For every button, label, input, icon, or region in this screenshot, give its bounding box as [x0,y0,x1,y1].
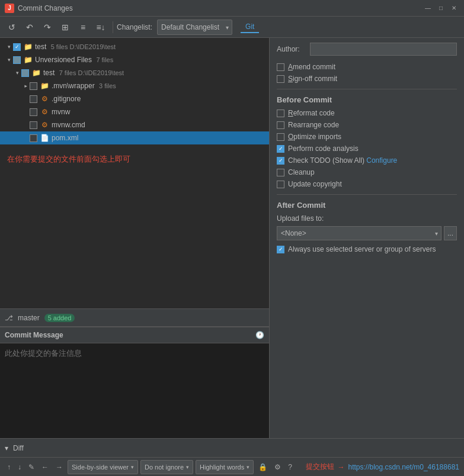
tree-item-mvnw[interactable]: ⚙ mvnw [0,105,269,118]
cleanup-label: Cleanup [288,168,315,176]
file-icon-mvnwcmd: ⚙ [40,120,49,130]
upload-select-wrapper: <None> [277,226,441,240]
window-controls: — □ ✕ [423,3,459,14]
scroll-up-button[interactable]: ↑ [5,460,13,474]
diff-section: ▾ Diff [0,438,464,457]
lock-button[interactable]: 🔒 [256,460,270,474]
file-icon-mvnw: ⚙ [40,107,49,117]
upload-select-row: <None> ... [277,226,457,240]
checktodo-label: Check TODO (Show All) Configure [288,156,397,165]
optimize-checkbox[interactable] [277,133,284,141]
toolbar-separator [113,21,113,33]
settings-button[interactable]: ⚙ [272,460,283,474]
signoff-commit-checkbox[interactable] [277,75,284,83]
configure-link[interactable]: Configure [366,156,397,165]
tree-checkbox-gitignore[interactable] [30,95,37,103]
nav-back-button[interactable]: ← [39,460,51,474]
rearrange-label: Rearrange code [288,121,339,129]
optimize-label: Optimize imports [288,133,341,141]
folder-icon-unversioned: 📁 [23,55,33,65]
minimize-button[interactable]: — [423,3,433,14]
ignore-arrow: ▾ [186,464,189,470]
upload-files-label: Upload files to: [277,214,324,223]
highlight-dropdown[interactable]: Highlight words ▾ [196,460,254,474]
tree-checkbox-test-root[interactable]: ✓ [13,43,21,51]
clock-icon[interactable]: 🕐 [255,331,264,339]
window-title: Commit Changes [18,4,423,12]
nav-forward-button[interactable]: → [53,460,65,474]
reformat-label: Reformat code [288,109,335,117]
amend-commit-checkbox[interactable] [277,63,284,71]
tree-checkbox-unversioned[interactable] [13,56,21,64]
diff-expand-icon[interactable]: ▾ [5,444,8,452]
title-bar: J Commit Changes — □ ✕ [0,0,464,17]
cleanup-checkbox[interactable] [277,169,284,176]
tree-label-test-sub: test 7 files D:\IDE2019\test [43,69,124,77]
tree-label-pomxml: pom.xml [52,134,78,142]
toolbar-group-button[interactable]: ⊞ [57,19,73,36]
close-button[interactable]: ✕ [449,3,459,14]
git-tab[interactable]: Git [241,21,259,33]
tree-item-gitignore[interactable]: ⚙ .gitignore [0,92,269,105]
tree-item-pomxml[interactable]: 📄 pom.xml [0,131,269,144]
toolbar-listdown-button[interactable]: ≡↓ [92,19,109,36]
tree-item-test-root[interactable]: ▾ ✓ 📁 test 5 files D:\IDE2019\test [0,40,269,53]
highlight-arrow: ▾ [247,464,249,470]
copyright-label: Update copyright [288,180,342,188]
always-row: ✓ Always use selected server or group of… [277,245,457,253]
scroll-down-button[interactable]: ↓ [15,460,24,474]
tree-item-mvnwrapper[interactable]: ▾ 📁 .mvn\wrapper 3 files [0,79,269,92]
bottom-toolbar: ↑ ↓ ✎ ← → Side-by-side viewer ▾ Do not i… [0,457,464,476]
tree-item-mvnwcmd[interactable]: ⚙ mvnw.cmd [0,118,269,131]
perform-row: ✓ Perform code analysis [277,144,457,153]
commit-message-input[interactable] [0,343,269,438]
toolbar-list-button[interactable]: ≡ [75,19,91,36]
copyright-checkbox[interactable] [277,181,284,188]
ignore-dropdown[interactable]: Do not ignore ▾ [140,460,193,474]
viewer-dropdown[interactable]: Side-by-side viewer ▾ [68,460,138,474]
changelist-select[interactable]: Default Changelist [157,20,232,35]
tree-checkbox-mvnw[interactable] [30,108,37,116]
always-checkbox[interactable]: ✓ [277,246,284,253]
tree-label-mvnwcmd: mvnw.cmd [52,121,85,129]
after-commit-divider [277,194,457,195]
folder-icon-mvnwrapper: 📁 [40,81,49,91]
cleanup-row: Cleanup [277,168,457,176]
toolbar-undo-button[interactable]: ↶ [21,19,38,36]
main-content: ▾ ✓ 📁 test 5 files D:\IDE2019\test ▾ 📁 U… [0,38,464,438]
upload-select[interactable]: <None> [277,226,441,240]
author-input[interactable] [310,43,457,56]
changelist-select-wrapper: Default Changelist [157,20,232,35]
after-commit-title: After Commit [277,201,457,210]
tree-arrow-test-root[interactable]: ▾ [5,43,13,51]
checktodo-checkbox[interactable]: ✓ [277,157,284,165]
rearrange-checkbox[interactable] [277,121,284,129]
right-panel: Author: Amend commit Sign-off commit Bef… [270,38,464,438]
left-bottom-bar: ⎇ master 5 added [0,308,269,326]
reformat-checkbox[interactable] [277,110,284,117]
upload-dots-button[interactable]: ... [444,226,457,240]
tree-checkbox-test-sub[interactable] [21,69,29,77]
file-tree: ▾ ✓ 📁 test 5 files D:\IDE2019\test ▾ 📁 U… [0,38,269,308]
tree-arrow-test-sub[interactable]: ▾ [13,69,21,77]
tree-label-mvnw: mvnw [52,108,70,116]
maximize-button[interactable]: □ [436,3,446,14]
signoff-commit-label: Sign-off commit [288,75,337,83]
toolbar-refresh-button[interactable]: ↺ [4,19,20,36]
commit-message-header: Commit Message 🕐 [0,327,269,343]
tree-checkbox-mvnwcmd[interactable] [30,121,37,129]
commit-link[interactable]: 提交按钮 [306,462,334,472]
edit-button[interactable]: ✎ [26,460,37,474]
perform-checkbox[interactable]: ✓ [277,145,284,153]
tree-arrow-mvnwrapper[interactable]: ▾ [21,82,30,90]
tree-checkbox-mvnwrapper[interactable] [30,82,37,90]
tree-arrow-unversioned[interactable]: ▾ [5,56,13,64]
help-button[interactable]: ? [286,460,295,474]
branch-icon: ⎇ [5,314,13,322]
tree-item-test-sub[interactable]: ▾ 📁 test 7 files D:\IDE2019\test [0,66,269,79]
tree-item-unversioned[interactable]: ▾ 📁 Unversioned Files 7 files [0,53,269,66]
tree-checkbox-pomxml[interactable] [30,134,37,142]
left-panel: ▾ ✓ 📁 test 5 files D:\IDE2019\test ▾ 📁 U… [0,38,270,438]
toolbar-redo-button[interactable]: ↷ [39,19,56,36]
viewer-label: Side-by-side viewer [72,464,129,471]
